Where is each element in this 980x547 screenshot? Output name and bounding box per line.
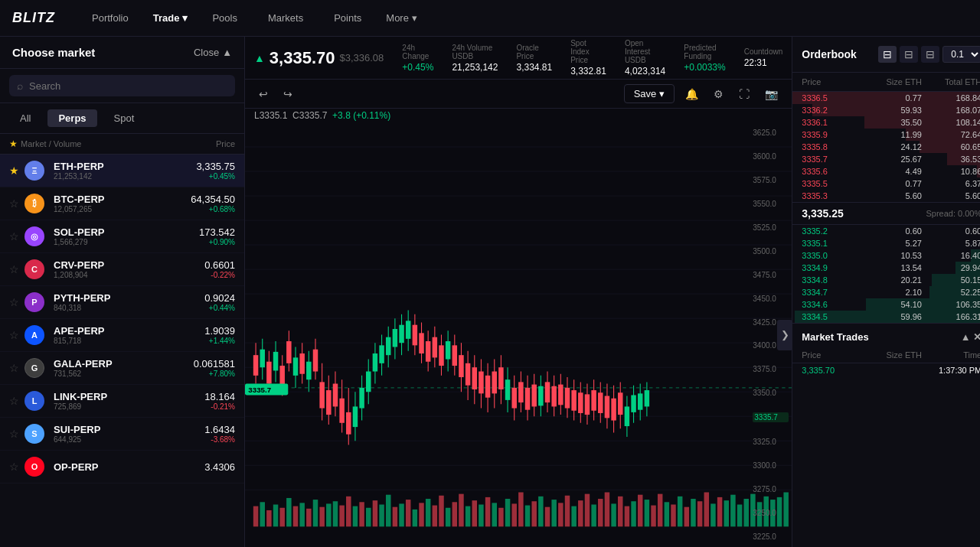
- camera-button[interactable]: 📷: [760, 85, 782, 103]
- list-item[interactable]: ☆ ₿ BTC-PERP 12,057,265 64,354.50 +0.68%: [0, 187, 244, 220]
- orderbook-bids: 3335.2 0.60 0.60 3335.1 5.27 5.87 3335.0…: [792, 225, 980, 323]
- ob-bid-row: 3334.5 59.96 166.31: [792, 311, 980, 323]
- tab-spot[interactable]: Spot: [103, 109, 145, 127]
- candle-low: L3335.1: [254, 110, 287, 121]
- list-item[interactable]: ☆ G GALA-PERP 731,562 0.061581 +7.80%: [0, 352, 244, 385]
- list-item[interactable]: ☆ P PYTH-PERP 840,318 0.9024 +0.44%: [0, 286, 244, 319]
- fullscreen-button[interactable]: ⛶: [734, 85, 754, 103]
- chevron-down-icon: ▾: [412, 12, 417, 24]
- ob-view-asks[interactable]: ⊟: [900, 46, 918, 63]
- svg-rect-166: [472, 367, 477, 389]
- svg-rect-118: [313, 350, 318, 372]
- market-icon: S: [24, 424, 49, 444]
- svg-rect-53: [485, 497, 490, 526]
- undo-button[interactable]: ↩: [254, 85, 273, 103]
- svg-rect-116: [306, 362, 311, 379]
- nav-points[interactable]: Points: [328, 9, 368, 27]
- svg-rect-89: [724, 500, 729, 526]
- search-input-wrap: ⌕: [9, 75, 235, 96]
- list-item[interactable]: ☆ S SUI-PERP 644,925 1.6434 -3.68%: [0, 418, 244, 451]
- svg-rect-23: [286, 498, 291, 526]
- orderbook-title: Orderbook: [802, 48, 857, 60]
- star-icon[interactable]: ☆: [9, 461, 24, 473]
- svg-rect-146: [406, 321, 410, 338]
- svg-rect-84: [691, 499, 695, 526]
- price-chart[interactable]: 3335.7: [245, 122, 792, 547]
- expand-chart-button[interactable]: ❯: [777, 320, 792, 350]
- close-panel-button[interactable]: Close ▲: [194, 47, 232, 58]
- nav-more[interactable]: More ▾: [386, 12, 417, 24]
- svg-rect-26: [306, 509, 311, 526]
- svg-rect-162: [459, 355, 463, 377]
- svg-rect-122: [326, 390, 331, 415]
- star-icon[interactable]: ☆: [9, 362, 24, 374]
- star-icon[interactable]: ☆: [9, 296, 24, 308]
- price-value: 3,335.70: [270, 48, 335, 68]
- current-price: ▲ 3,335.70 $3,336.08: [254, 48, 384, 68]
- nav-pools[interactable]: Pools: [206, 9, 243, 27]
- list-item[interactable]: ☆ O OP-PERP 3.4306: [0, 451, 244, 484]
- alert-button[interactable]: 🔔: [681, 85, 703, 103]
- ob-column-headers: Price Size ETH Total ETH: [792, 73, 980, 92]
- star-icon[interactable]: ☆: [9, 197, 24, 210]
- svg-rect-77: [645, 500, 649, 526]
- list-item[interactable]: ☆ C CRV-PERP 1,208,904 0.6601 -0.22%: [0, 253, 244, 286]
- svg-rect-158: [446, 341, 450, 359]
- star-icon[interactable]: ☆: [9, 230, 24, 243]
- svg-rect-37: [379, 505, 384, 527]
- star-icon[interactable]: ★: [9, 164, 24, 177]
- svg-rect-64: [558, 503, 563, 526]
- svg-rect-126: [339, 399, 344, 423]
- market-icon: Ξ: [24, 161, 49, 181]
- svg-rect-83: [684, 507, 689, 527]
- svg-rect-48: [452, 502, 457, 526]
- svg-rect-190: [551, 386, 556, 407]
- list-item[interactable]: ☆ A APE-PERP 815,718 1.9039 +1.44%: [0, 319, 244, 352]
- collapse-icon[interactable]: ▲ ✕: [961, 331, 980, 343]
- list-item[interactable]: ☆ L LINK-PERP 725,869 18.164 -0.21%: [0, 385, 244, 418]
- market-icon: A: [24, 325, 49, 345]
- nav-markets[interactable]: Markets: [262, 9, 309, 27]
- list-item[interactable]: ★ Ξ ETH-PERP 21,253,142 3,335.75 +0.45%: [0, 155, 244, 187]
- redo-button[interactable]: ↪: [279, 85, 297, 103]
- market-trades-header: Market Trades ▲ ✕: [792, 323, 980, 347]
- candle-change: +3.8: [332, 110, 351, 121]
- star-icon[interactable]: ☆: [9, 428, 24, 440]
- chart-area: ▲ 3,335.70 $3,336.08 24h Change +0.45% 2…: [245, 37, 792, 547]
- svg-rect-186: [538, 386, 543, 406]
- nav-portfolio[interactable]: Portfolio: [86, 9, 135, 27]
- search-input[interactable]: [29, 80, 227, 92]
- svg-rect-35: [366, 508, 371, 527]
- svg-rect-42: [413, 510, 417, 526]
- svg-rect-198: [578, 392, 583, 413]
- search-icon: ⌕: [17, 80, 23, 92]
- svg-rect-39: [393, 507, 397, 527]
- svg-rect-43: [419, 503, 423, 526]
- ob-ask-row: 3335.5 0.77 6.37: [792, 177, 980, 190]
- svg-rect-70: [598, 499, 603, 526]
- star-icon[interactable]: ☆: [9, 395, 24, 407]
- ob-view-bids[interactable]: ⊟: [921, 46, 939, 63]
- ob-ask-row: 3336.2 59.93 168.07: [792, 104, 980, 116]
- svg-rect-78: [651, 506, 655, 527]
- svg-rect-49: [459, 494, 463, 527]
- svg-rect-32: [346, 497, 351, 526]
- svg-rect-160: [452, 345, 457, 366]
- ob-size-select[interactable]: 0.1 0.5 1 5: [942, 46, 980, 63]
- save-button[interactable]: Save ▾: [624, 84, 675, 103]
- candle-info: L3335.1 C3335.7 +3.8 (+0.11%): [245, 109, 792, 122]
- ob-view-both[interactable]: ⊟: [878, 46, 897, 63]
- tab-perps[interactable]: Perps: [47, 109, 96, 127]
- star-icon[interactable]: ☆: [9, 263, 24, 275]
- tab-all[interactable]: All: [9, 109, 41, 127]
- svg-rect-81: [671, 505, 675, 527]
- star-icon[interactable]: ☆: [9, 329, 24, 341]
- nav-trade[interactable]: Trade ▾: [153, 12, 188, 24]
- list-item[interactable]: ☆ ◎ SOL-PERP 1,566,279 173.542 +0.90%: [0, 220, 244, 253]
- stat-oracle-price: Oracle Price 3,334.81: [516, 44, 552, 73]
- price-up-icon: ▲: [254, 52, 265, 64]
- settings-button[interactable]: ⚙: [709, 85, 728, 103]
- chart-body[interactable]: ❯: [245, 122, 792, 547]
- top-navigation: BLITZ Portfolio Trade ▾ Pools Markets Po…: [0, 0, 980, 37]
- svg-rect-206: [605, 396, 609, 418]
